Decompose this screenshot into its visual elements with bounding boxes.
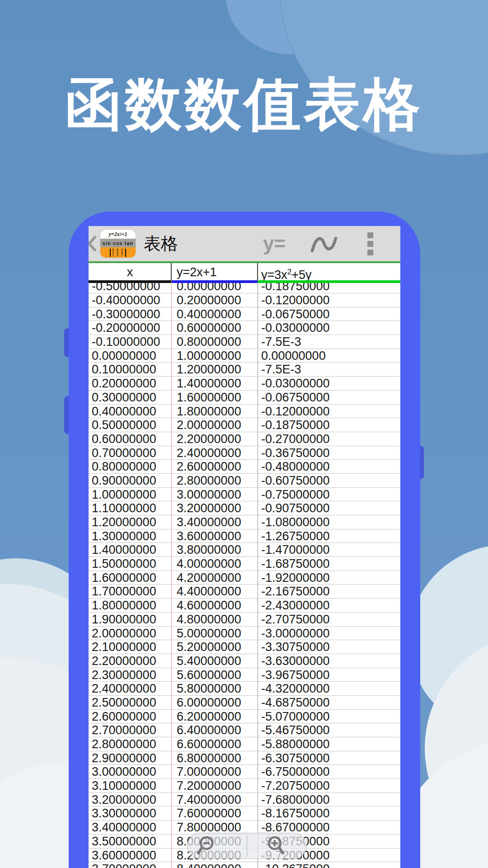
- table-cell[interactable]: -5.88000000: [258, 737, 400, 751]
- table-cell[interactable]: -2.16750000: [258, 585, 400, 598]
- table-cell[interactable]: 1.60000000: [171, 391, 258, 404]
- table-cell[interactable]: -3.96750000: [258, 668, 400, 682]
- column-header-y2[interactable]: y=3x2+5y: [258, 263, 400, 280]
- table-row[interactable]: 0.800000002.60000000-0.48000000: [89, 460, 400, 474]
- table-cell[interactable]: 1.20000000: [171, 363, 258, 376]
- table-cell[interactable]: 2.00000000: [89, 627, 171, 640]
- table-cell[interactable]: 0.80000000: [89, 460, 171, 473]
- table-cell[interactable]: 0.30000000: [89, 391, 171, 404]
- table-cell[interactable]: 2.90000000: [89, 751, 171, 765]
- table-row[interactable]: 2.700000006.40000000-5.46750000: [89, 723, 400, 737]
- table-cell[interactable]: 1.40000000: [171, 377, 258, 390]
- table-cell[interactable]: 0.40000000: [171, 307, 258, 321]
- table-cell[interactable]: -1.08000000: [258, 515, 400, 529]
- table-cell[interactable]: -7.5E-3: [258, 335, 400, 349]
- table-row[interactable]: -0.500000000.00000000-0.18750000: [89, 283, 400, 293]
- table-cell[interactable]: -7.20750000: [258, 779, 400, 793]
- table-cell[interactable]: 8.40000000: [171, 862, 258, 868]
- table-cell[interactable]: 1.60000000: [89, 571, 171, 585]
- table-cell[interactable]: -0.27000000: [258, 432, 400, 446]
- table-cell[interactable]: 4.80000000: [171, 613, 258, 626]
- zoom-in-button[interactable]: [250, 835, 305, 856]
- table-cell[interactable]: 1.20000000: [89, 515, 171, 529]
- table-cell[interactable]: -0.06750000: [258, 307, 400, 321]
- table-cell[interactable]: 1.00000000: [171, 349, 258, 363]
- table-cell[interactable]: 0.20000000: [171, 293, 258, 307]
- table-row[interactable]: 3.300000007.60000000-8.16750000: [89, 807, 400, 821]
- table-cell[interactable]: -0.03000000: [258, 321, 400, 335]
- table-row[interactable]: -0.400000000.20000000-0.12000000: [89, 293, 400, 307]
- table-cell[interactable]: -0.60750000: [258, 474, 400, 487]
- table-cell[interactable]: 0.60000000: [171, 321, 258, 335]
- table-cell[interactable]: 3.40000000: [89, 821, 171, 834]
- table-cell[interactable]: -2.43000000: [258, 599, 400, 612]
- table-cell[interactable]: -8.16750000: [258, 807, 400, 820]
- table-row[interactable]: 1.600000004.20000000-1.92000000: [89, 571, 400, 585]
- table-row[interactable]: 2.200000005.40000000-3.63000000: [89, 654, 400, 668]
- table-cell[interactable]: 2.50000000: [89, 696, 171, 709]
- table-row[interactable]: 0.100000001.20000000-7.5E-3: [89, 363, 400, 377]
- table-row[interactable]: 2.400000005.80000000-4.32000000: [89, 682, 400, 696]
- table-cell[interactable]: -3.63000000: [258, 654, 400, 668]
- table-row[interactable]: 0.000000001.000000000.00000000: [89, 349, 400, 363]
- table-cell[interactable]: 0.10000000: [89, 363, 171, 376]
- table-row[interactable]: -0.200000000.60000000-0.03000000: [89, 321, 400, 335]
- table-cell[interactable]: 2.00000000: [171, 418, 258, 432]
- table-cell[interactable]: 2.40000000: [171, 446, 258, 460]
- table-cell[interactable]: -5.07000000: [258, 710, 400, 723]
- table-cell[interactable]: 6.40000000: [171, 723, 258, 737]
- table-cell[interactable]: 0.70000000: [89, 446, 171, 460]
- table-row[interactable]: 1.700000004.40000000-2.16750000: [89, 585, 400, 599]
- table-cell[interactable]: -0.30000000: [89, 307, 171, 321]
- table-cell[interactable]: -10.2675000: [258, 862, 400, 868]
- table-cell[interactable]: 2.70000000: [89, 723, 171, 737]
- table-cell[interactable]: 4.00000000: [171, 557, 258, 571]
- table-cell[interactable]: 2.10000000: [89, 640, 171, 654]
- table-row[interactable]: 0.200000001.40000000-0.03000000: [89, 377, 400, 391]
- table-cell[interactable]: -0.20000000: [89, 321, 171, 335]
- overflow-menu-icon[interactable]: [367, 232, 374, 258]
- table-cell[interactable]: 3.60000000: [89, 849, 171, 862]
- table-cell[interactable]: 1.80000000: [89, 599, 171, 612]
- table-cell[interactable]: 3.20000000: [171, 501, 258, 515]
- table-cell[interactable]: 0.50000000: [89, 418, 171, 432]
- table-row[interactable]: 1.400000003.80000000-1.47000000: [89, 543, 400, 557]
- table-cell[interactable]: -0.10000000: [89, 335, 171, 349]
- table-cell[interactable]: 2.60000000: [171, 460, 258, 473]
- table-cell[interactable]: 5.00000000: [171, 627, 258, 640]
- table-cell[interactable]: 0.20000000: [89, 377, 171, 390]
- table-cell[interactable]: -8.67000000: [258, 821, 400, 834]
- table-cell[interactable]: 2.60000000: [89, 710, 171, 723]
- table-cell[interactable]: 2.80000000: [89, 737, 171, 751]
- table-row[interactable]: 1.800000004.60000000-2.43000000: [89, 599, 400, 613]
- table-cell[interactable]: -5.46750000: [258, 723, 400, 737]
- table-cell[interactable]: -7.68000000: [258, 793, 400, 807]
- table-cell[interactable]: -0.40000000: [89, 293, 171, 307]
- table-cell[interactable]: 6.80000000: [171, 751, 258, 765]
- table-cell[interactable]: -0.48000000: [258, 460, 400, 473]
- table-cell[interactable]: -0.90750000: [258, 501, 400, 515]
- table-row[interactable]: 0.400000001.80000000-0.12000000: [89, 405, 400, 419]
- table-cell[interactable]: 0.90000000: [89, 474, 171, 487]
- table-cell[interactable]: -1.92000000: [258, 571, 400, 585]
- back-icon[interactable]: [89, 236, 97, 251]
- table-row[interactable]: 3.000000007.00000000-6.75000000: [89, 765, 400, 779]
- table-cell[interactable]: 2.20000000: [171, 432, 258, 446]
- table-row[interactable]: 2.300000005.60000000-3.96750000: [89, 668, 400, 682]
- table-row[interactable]: 2.500000006.00000000-4.68750000: [89, 696, 400, 710]
- table-cell[interactable]: 0.40000000: [89, 405, 171, 418]
- table-cell[interactable]: -0.12000000: [258, 405, 400, 418]
- table-row[interactable]: 2.800000006.60000000-5.88000000: [89, 737, 400, 751]
- table-row[interactable]: 0.700000002.40000000-0.36750000: [89, 446, 400, 460]
- table-row[interactable]: 2.900000006.80000000-6.30750000: [89, 751, 400, 765]
- table-cell[interactable]: -4.68750000: [258, 696, 400, 709]
- table-cell[interactable]: 1.40000000: [89, 543, 171, 557]
- table-cell[interactable]: 3.00000000: [89, 765, 171, 778]
- table-cell[interactable]: 7.20000000: [171, 779, 258, 793]
- table-cell[interactable]: 3.80000000: [171, 543, 258, 557]
- table-cell[interactable]: 4.20000000: [171, 571, 258, 585]
- table-cell[interactable]: 1.70000000: [89, 585, 171, 598]
- table-cell[interactable]: -0.12000000: [258, 293, 400, 307]
- table-row[interactable]: 3.100000007.20000000-7.20750000: [89, 779, 400, 793]
- table-cell[interactable]: 2.20000000: [89, 654, 171, 668]
